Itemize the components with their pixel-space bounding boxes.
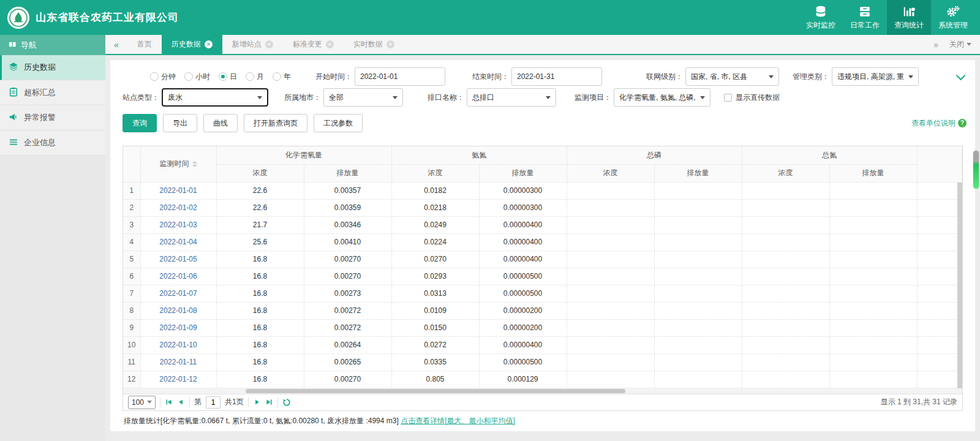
tabs-scroll-right-icon[interactable]: »: [933, 40, 938, 50]
sidebar-item-history-data[interactable]: 历史数据: [0, 55, 105, 80]
tab-history-data[interactable]: 历史数据 ✕: [162, 35, 222, 54]
export-button[interactable]: 导出: [163, 114, 197, 132]
station-type-select[interactable]: 废水: [162, 88, 268, 107]
row-date-link[interactable]: 2022-01-04: [140, 233, 216, 251]
tab-new-station[interactable]: 新增站点 ✕: [222, 35, 283, 54]
radio-hour[interactable]: 小时: [184, 72, 210, 82]
row-date-link[interactable]: 2022-01-05: [140, 251, 216, 268]
query-button[interactable]: 查询: [123, 114, 157, 132]
row-date-link[interactable]: 2022-01-07: [140, 285, 216, 302]
tab-standard-change[interactable]: 标准变更 ✕: [283, 35, 344, 54]
cell-phosphorus-concentration: [567, 285, 654, 302]
row-date-link[interactable]: 2022-01-06: [140, 268, 216, 285]
brand: 山东省联合农药工业有限公司: [0, 6, 179, 30]
table-row: 11 2022-01-11 16.8 0.00265 0.0335 0.0000…: [123, 353, 962, 371]
page-prefix: 第: [194, 397, 202, 407]
sort-icon[interactable]: [192, 161, 197, 167]
cell-phosphorus-concentration: [567, 319, 654, 336]
curve-button[interactable]: 曲线: [203, 114, 238, 132]
table-row: 4 2022-01-04 25.6 0.00410 0.0224 0.00000…: [123, 233, 962, 251]
mgmt-category-select[interactable]: 违规项目, 高架源, 重点排放: [832, 67, 919, 86]
end-time-input[interactable]: [511, 67, 602, 86]
row-date-link[interactable]: 2022-01-08: [140, 302, 216, 319]
cell-ammonia-emission: 0.00000500: [479, 285, 567, 302]
chevron-down-icon: [769, 75, 774, 78]
outlet-select[interactable]: 总排口: [467, 88, 556, 107]
cell-ammonia-concentration: 0.0313: [391, 285, 479, 302]
tab-home[interactable]: 首页: [127, 35, 162, 54]
cell-nitrogen-concentration: [742, 233, 829, 251]
page-size-select[interactable]: 100: [128, 396, 156, 409]
row-date-link[interactable]: 2022-01-01: [140, 182, 216, 199]
start-time-input[interactable]: [355, 67, 445, 86]
question-mark-icon: ?: [958, 119, 967, 127]
row-date-link[interactable]: 2022-01-03: [140, 216, 216, 233]
tabs-scroll-left-icon[interactable]: «: [105, 40, 127, 50]
nav-daily-work[interactable]: 日常工作: [843, 0, 887, 35]
row-date-link[interactable]: 2022-01-12: [140, 371, 216, 388]
close-tab-icon[interactable]: ✕: [386, 40, 394, 48]
first-page-icon[interactable]: [165, 398, 173, 406]
open-new-query-button[interactable]: 打开新查询页: [244, 114, 307, 132]
stats-detail-link[interactable]: 点击查看详情[最大、最小和平均值]: [401, 417, 515, 425]
row-date-link[interactable]: 2022-01-10: [140, 336, 216, 353]
row-number: 3: [123, 216, 140, 233]
sidebar-item-label: 异常报警: [24, 112, 56, 123]
sidebar-item-label: 企业信息: [24, 137, 56, 148]
time-column-header[interactable]: 监测时间: [140, 146, 216, 182]
radio-month[interactable]: 月: [246, 72, 264, 82]
cell-filler: [917, 233, 962, 251]
row-date-link[interactable]: 2022-01-11: [140, 353, 216, 371]
table-row: 8 2022-01-08 16.8 0.00272 0.0109 0.00000…: [123, 302, 962, 319]
sidebar-item-exceedance-summary[interactable]: 超标汇总: [0, 80, 105, 105]
horizontal-scrollbar[interactable]: [123, 388, 962, 394]
nav-query-statistics[interactable]: 查询统计: [887, 0, 931, 35]
cell-ammonia-emission: 0.00000200: [479, 319, 567, 336]
city-label: 所属地市：: [284, 92, 321, 103]
close-tab-icon[interactable]: ✕: [326, 40, 334, 48]
close-tabs-menu[interactable]: 关闭: [949, 39, 971, 50]
radio-day[interactable]: 日: [219, 72, 237, 82]
next-page-icon[interactable]: [253, 398, 261, 406]
nav-realtime-monitor[interactable]: 实时监控: [799, 0, 843, 35]
sidebar-item-enterprise-info[interactable]: 企业信息: [0, 130, 105, 156]
page-number-input[interactable]: [206, 396, 221, 409]
nav-system-management[interactable]: 系统管理: [931, 0, 975, 35]
row-date-link[interactable]: 2022-01-09: [140, 319, 216, 336]
condition-params-button[interactable]: 工况参数: [314, 114, 363, 132]
monitor-items-select[interactable]: 化学需氧量, 氨氮, 总磷, 总: [614, 88, 710, 107]
collapse-filters-icon[interactable]: [956, 70, 966, 80]
table-vertical-scrollbar[interactable]: [957, 183, 962, 388]
cell-nitrogen-concentration: [742, 199, 829, 216]
prev-page-icon[interactable]: [177, 398, 185, 406]
cell-phosphorus-emission: [654, 285, 742, 302]
group-header-ammonia: 氨氮: [391, 146, 567, 164]
network-level-select[interactable]: 国家, 省, 市, 区县: [685, 67, 779, 86]
horizontal-scrollbar-thumb[interactable]: [246, 389, 625, 393]
direct-data-checkbox[interactable]: 显示直传数据: [724, 92, 780, 103]
select-value: 总排口: [472, 92, 542, 103]
last-page-icon[interactable]: [265, 398, 273, 406]
sidebar-item-abnormal-alarm[interactable]: 异常报警: [0, 105, 105, 130]
cell-phosphorus-emission: [654, 233, 742, 251]
close-tab-icon[interactable]: ✕: [205, 40, 213, 48]
tab-label: 标准变更: [293, 35, 322, 54]
refresh-icon[interactable]: [282, 398, 291, 407]
cell-filler: [917, 336, 962, 353]
cell-phosphorus-emission: [654, 182, 742, 199]
cell-filler: [917, 353, 962, 371]
radio-year[interactable]: 年: [273, 72, 291, 82]
unit-help-link[interactable]: 查看单位说明 ?: [911, 118, 967, 129]
cell-ammonia-concentration: 0.805: [391, 371, 479, 388]
radio-minute[interactable]: 分钟: [150, 72, 176, 82]
close-tab-icon[interactable]: ✕: [265, 40, 273, 48]
city-select[interactable]: 全部: [323, 88, 403, 107]
cell-phosphorus-concentration: [567, 233, 654, 251]
table-row: 5 2022-01-05 16.8 0.00270 0.0270 0.00000…: [123, 251, 962, 268]
cell-cod-emission: 0.00270: [304, 268, 391, 285]
alarm-icon: [9, 112, 18, 124]
tab-realtime-data[interactable]: 实时数据 ✕: [344, 35, 404, 54]
chevron-down-icon: [257, 96, 262, 99]
row-date-link[interactable]: 2022-01-02: [140, 199, 216, 216]
window-vertical-scrollbar-thumb[interactable]: [973, 151, 979, 189]
